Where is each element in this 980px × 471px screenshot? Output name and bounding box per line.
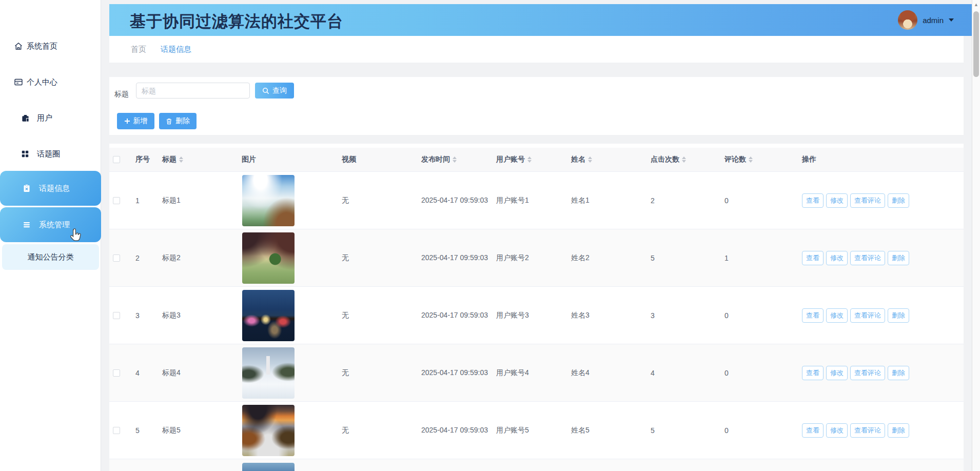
- sort-caret-icon[interactable]: [179, 156, 183, 163]
- column-header-image: 图片: [236, 148, 336, 171]
- delete-row-button[interactable]: 删除: [888, 423, 909, 438]
- cell-index: 1: [130, 172, 156, 229]
- view-button[interactable]: 查看: [802, 251, 824, 265]
- vertical-scrollbar[interactable]: ▲: [972, 0, 980, 471]
- table-row: 5标题5无2025-04-17 09:59:03用户账号5姓名550查看修改查看…: [109, 402, 964, 459]
- cell-title: 标题4: [156, 344, 236, 401]
- cell-actions: 查看修改查看评论删除: [796, 172, 964, 229]
- add-button[interactable]: 新增: [117, 113, 154, 129]
- cell-account: 用户账号5: [491, 402, 565, 459]
- cell-account: 用户账号3: [491, 287, 565, 344]
- sidebar-item-notice-category[interactable]: 通知公告分类: [2, 244, 99, 270]
- cell-clicks: 3: [645, 287, 719, 344]
- cell-name: 姓名1: [565, 172, 645, 229]
- search-icon: [262, 87, 269, 94]
- sort-caret-icon[interactable]: [527, 156, 532, 163]
- view-button[interactable]: 查看: [802, 366, 824, 380]
- grid-icon: [20, 149, 30, 159]
- table-row: 1标题1无2025-04-17 09:59:03用户账号1姓名120查看修改查看…: [109, 172, 964, 229]
- column-header-account[interactable]: 用户账号: [491, 148, 565, 171]
- column-header-name[interactable]: 姓名: [565, 148, 645, 171]
- clipboard-icon: [22, 183, 32, 193]
- table-row: 2标题2无2025-04-17 09:59:03用户账号2姓名251查看修改查看…: [109, 229, 964, 287]
- sidebar-item-label: 通知公告分类: [28, 252, 74, 262]
- row-checkbox[interactable]: [113, 312, 120, 319]
- column-header-video: 视频: [336, 148, 416, 171]
- title-search-input[interactable]: [136, 83, 250, 99]
- select-all-checkbox[interactable]: [113, 156, 120, 163]
- home-icon: [13, 41, 24, 51]
- cell-actions: 查看修改查看评论删除: [796, 344, 964, 401]
- cell-name: 姓名2: [565, 229, 645, 286]
- cell-account: 用户账号1: [491, 172, 565, 229]
- snow-lighthouse-image[interactable]: [242, 347, 295, 399]
- cell-image: [236, 402, 336, 459]
- view-button[interactable]: 查看: [802, 193, 824, 208]
- cell-index: 4: [130, 344, 156, 401]
- storm-tree-image[interactable]: [242, 232, 295, 284]
- edit-button[interactable]: 修改: [826, 423, 848, 438]
- cell-index: 3: [130, 287, 156, 344]
- mountain-vista-image[interactable]: [242, 175, 295, 226]
- cell-title: 标题1: [156, 172, 236, 229]
- delete-row-button[interactable]: 删除: [888, 251, 909, 265]
- edit-button[interactable]: 修改: [826, 308, 848, 323]
- row-checkbox[interactable]: [113, 427, 120, 434]
- edit-button[interactable]: 修改: [826, 251, 848, 265]
- sunset-valley-image[interactable]: [242, 405, 295, 456]
- delete-row-button[interactable]: 删除: [888, 193, 909, 208]
- avatar[interactable]: [898, 10, 917, 30]
- cell-clicks: 2: [645, 172, 719, 229]
- user-menu[interactable]: admin: [898, 10, 954, 30]
- sort-caret-icon[interactable]: [453, 156, 457, 163]
- sidebar-item-topic-info[interactable]: 话题信息: [0, 171, 101, 206]
- edit-button[interactable]: 修改: [826, 366, 848, 380]
- cell-time: 2025-04-17 09:59:03: [416, 344, 491, 401]
- column-header-time[interactable]: 发布时间: [416, 148, 491, 171]
- sidebar-item-system-home[interactable]: 系统首页: [0, 36, 101, 56]
- cell-comments: 0: [719, 287, 796, 344]
- sidebar-item-topic-circle[interactable]: 话题圈: [0, 144, 101, 164]
- sidebar-item-users[interactable]: 用户: [0, 108, 101, 128]
- view-comments-button[interactable]: 查看评论: [850, 308, 885, 323]
- sidebar-item-label: 系统首页: [27, 42, 57, 51]
- sidebar-item-profile-center[interactable]: 个人中心: [0, 72, 101, 92]
- trash-icon: [166, 118, 172, 125]
- row-checkbox[interactable]: [113, 369, 120, 377]
- query-button[interactable]: 查询: [255, 83, 294, 99]
- breadcrumb-home[interactable]: 首页: [131, 45, 146, 54]
- column-header-title[interactable]: 标题: [156, 148, 236, 171]
- delete-button[interactable]: 删除: [159, 113, 197, 129]
- sort-caret-icon[interactable]: [588, 156, 592, 163]
- cell-image: [236, 287, 336, 344]
- edit-button[interactable]: 修改: [826, 193, 848, 208]
- breadcrumb-current[interactable]: 话题信息: [161, 45, 191, 54]
- sort-caret-icon[interactable]: [749, 156, 753, 163]
- view-comments-button[interactable]: 查看评论: [850, 193, 885, 208]
- table-header-row: 序号标题图片视频发布时间用户账号姓名点击次数评论数操作: [109, 148, 964, 172]
- view-comments-button[interactable]: 查看评论: [850, 423, 885, 438]
- cell-comments: 0: [719, 402, 796, 459]
- row-checkbox[interactable]: [113, 197, 120, 204]
- view-comments-button[interactable]: 查看评论: [850, 366, 885, 380]
- breadcrumb: 首页 话题信息: [109, 36, 964, 63]
- column-header-clicks[interactable]: 点击次数: [645, 148, 719, 171]
- view-comments-button[interactable]: 查看评论: [850, 251, 885, 265]
- view-button[interactable]: 查看: [802, 423, 824, 438]
- sidebar-item-label: 用户: [37, 113, 52, 123]
- cell-account: 用户账号4: [491, 344, 565, 401]
- view-button[interactable]: 查看: [802, 308, 824, 323]
- column-header-comments[interactable]: 评论数: [719, 148, 796, 171]
- night-city-image[interactable]: [242, 290, 295, 341]
- row-checkbox[interactable]: [113, 254, 120, 262]
- sort-caret-icon[interactable]: [682, 156, 686, 163]
- scrollbar-thumb[interactable]: [973, 11, 979, 77]
- scroll-up-arrow-icon[interactable]: ▲: [974, 2, 978, 7]
- cell-actions: 查看修改查看评论删除: [796, 287, 964, 344]
- cell-time: 2025-04-17 09:59:03: [416, 287, 491, 344]
- sidebar-item-system-manage[interactable]: 系统管理: [0, 207, 101, 242]
- cell-comments: 0: [719, 344, 796, 401]
- delete-row-button[interactable]: 删除: [888, 308, 909, 323]
- cell-actions: 查看修改查看评论删除: [796, 402, 964, 459]
- delete-row-button[interactable]: 删除: [888, 366, 909, 380]
